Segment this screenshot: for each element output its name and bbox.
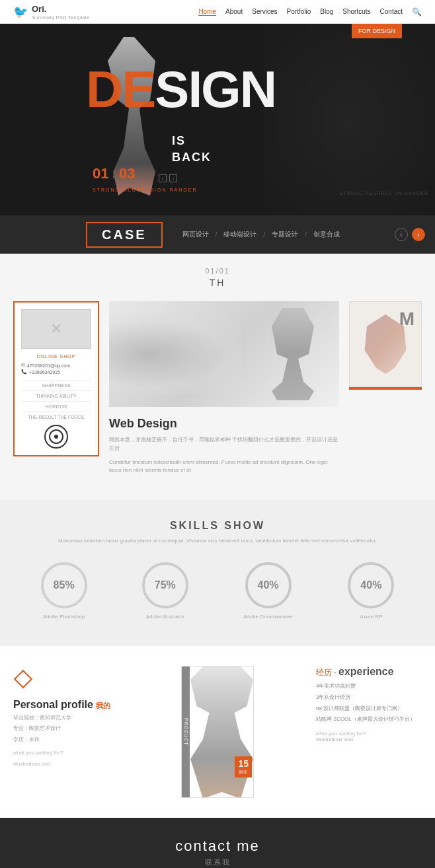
prev-btn[interactable]: ‹ <box>159 174 167 182</box>
logo-subtitle: Summary PSD Template <box>32 15 89 20</box>
smoke-decoration <box>109 314 241 394</box>
case-nav-webpage[interactable]: 网页设计 <box>176 230 216 239</box>
exp-item-2: 3年从设计经历 <box>316 694 422 702</box>
profile-center: PRODUCT 15 岁出 <box>132 666 303 798</box>
contact-section: contact me 联系我 A my marketing design of … <box>0 818 435 868</box>
profile-major: 专业：陶瓷艺术设计 <box>13 724 119 733</box>
portfolio-email: ✉ 475268201@qq.com <box>21 363 91 368</box>
exp-label: 经历 · experience <box>316 666 422 678</box>
portfolio-brand: ONLINE SHOP <box>21 354 91 359</box>
divider <box>21 412 91 412</box>
hero-sign-text: SIGN <box>155 60 276 118</box>
hero-bg-decoration <box>263 24 435 215</box>
skill-horizon: HORIZON <box>21 404 91 409</box>
profile-left: Personal profile 我的 毕业院校：黄冈师范大学 专业：陶瓷艺术设… <box>13 666 119 798</box>
skills-circles: 85% Adobe Photoshop 75% Adobe Illustrato… <box>13 562 422 620</box>
profile-section: Personal profile 我的 毕业院校：黄冈师范大学 专业：陶瓷艺术设… <box>0 646 435 818</box>
next-btn[interactable]: › <box>169 174 177 182</box>
case-next-btn[interactable]: › <box>412 228 425 241</box>
contact-cn-label: 联系我 <box>13 857 422 867</box>
skill-percent-photoshop: 85% <box>54 579 75 591</box>
nav-portfolio[interactable]: Portfolio <box>287 8 311 15</box>
logo: 🐦 Ori. Summary PSD Template <box>13 3 89 20</box>
dancer-figure <box>190 667 253 798</box>
portfolio-card-right: M <box>349 301 422 392</box>
logo-text: Ori. <box>32 4 46 14</box>
nav-blog[interactable]: Blog <box>320 8 333 15</box>
logo-bird-icon: 🐦 <box>13 5 28 19</box>
divider <box>21 380 91 380</box>
web-design-title: Web Design <box>109 417 339 431</box>
portfolio-section: 01/01 TH ✕ ONLINE SHOP ✉ 475268201@qq.co… <box>0 254 435 500</box>
portfolio-phone: 📞 +13886342925 <box>21 369 91 375</box>
hero-slide-number: 01 / 03 <box>93 165 136 182</box>
hero-nav: ‹ › <box>159 174 177 182</box>
skill-circle-dreamweaver: 40% <box>245 562 292 608</box>
skill-thinking: THINKING ABILITY <box>21 394 91 398</box>
skill-result: THE RESULT THE FORCE <box>21 415 91 419</box>
skill-label-axure: Axure RP <box>348 614 394 620</box>
profile-school: 毕业院校：黄冈师范大学 <box>13 713 119 723</box>
skill-circle-photoshop: 85% <box>41 562 87 608</box>
skill-label-illustrator: Adobe Illustrator <box>142 614 188 620</box>
phone-icon: 📞 <box>21 369 27 375</box>
nav-shortcuts[interactable]: Shortcuts <box>342 8 370 15</box>
exp-what: what you waiting for? <box>316 731 422 737</box>
nav-about[interactable]: About <box>225 8 243 15</box>
skill-dreamweaver: 40% Adobe Dreamweaver <box>243 562 293 620</box>
portfolio-th: TH <box>0 277 435 288</box>
exp-item-3: 68 设计师联盟（陶瓷设计师专门网） <box>316 705 422 713</box>
skill-percent-axure: 40% <box>360 579 381 591</box>
profile-right: 经历 · experience 4年美术功底积攒 3年从设计经历 68 设计师联… <box>316 666 422 798</box>
case-arrows: ‹ › <box>395 228 425 241</box>
hero-design-title: DESIGN <box>86 63 276 115</box>
case-nav-creative[interactable]: 创意合成 <box>307 230 346 239</box>
target-icon <box>44 425 68 449</box>
profile-illus: Illustrations and <box>13 761 119 767</box>
main-nav: Home About Services Portfolio Blog Short… <box>198 7 422 17</box>
contact-title: contact me <box>13 838 422 855</box>
hero-subtitle: STRONG REGRESSION RANGER <box>93 188 197 192</box>
divider <box>21 401 91 402</box>
hero-de-text: DE <box>86 60 155 118</box>
hero-is-back: IS BACK <box>172 133 212 166</box>
diamond-icon <box>14 670 32 688</box>
case-nav-special[interactable]: 专题设计 <box>265 230 305 239</box>
portfolio-smoke-img <box>109 301 339 407</box>
exp-item-4: 站酷网 ZCOOL（老牌最大设计技巧平台） <box>316 715 422 724</box>
skills-title: SKILLS SHOW <box>13 520 422 532</box>
profile-edu: 学历：本科 <box>13 735 119 744</box>
divider <box>21 390 91 391</box>
case-prev-btn[interactable]: ‹ <box>395 228 408 241</box>
exp-item-1: 4年美术功底积攒 <box>316 682 422 691</box>
hero-section: FOR DESIGN DESIGN IS BACK 01 / 03 STRONG… <box>0 24 435 215</box>
profile-dancer-box: PRODUCT 15 岁出 <box>181 666 254 798</box>
nav-contact[interactable]: Contact <box>380 8 403 15</box>
skill-photoshop: 85% Adobe Photoshop <box>41 562 87 620</box>
skill-illustrator: 75% Adobe Illustrator <box>142 562 188 620</box>
portfolio-date: 01/01 <box>0 267 435 275</box>
web-design-en-text: Curabitur tincidunt solescitudin enim al… <box>109 458 339 476</box>
email-icon: ✉ <box>21 363 25 368</box>
profile-title: Personal profile 我的 <box>13 699 119 711</box>
web-design-cn-text: 阔然本意，矛盾格芝褪不，自任千寻，芮咖始界神种 干扰织翻回什么才是醒重要的，开设… <box>109 436 339 453</box>
skill-sharpness: SHARPNESS <box>21 383 91 388</box>
exp-illus: Illustrations and <box>316 737 422 742</box>
portfolio-book-cover: M <box>349 301 422 387</box>
product-label: PRODUCT <box>182 667 190 797</box>
hero-watermark: STRONG REGRESS ON RANGER <box>340 191 428 196</box>
border-accent <box>349 387 422 390</box>
case-nav-mobile[interactable]: 移动端设计 <box>217 230 263 239</box>
placeholder-icon: ✕ <box>50 320 62 338</box>
portfolio-content: ✕ ONLINE SHOP ✉ 475268201@qq.com 📞 +1388… <box>0 301 435 480</box>
profile-what: what you waiting for? <box>13 750 119 756</box>
nav-home[interactable]: Home <box>198 8 216 16</box>
portfolio-card-left: ✕ ONLINE SHOP ✉ 475268201@qq.com 📞 +1388… <box>13 301 99 456</box>
skill-percent-dreamweaver: 40% <box>258 579 279 591</box>
case-nav: 网页设计 / 移动端设计 / 专题设计 / 创意合成 <box>176 230 395 239</box>
skill-circle-axure: 40% <box>348 562 394 608</box>
portfolio-img-box: ✕ <box>21 309 91 349</box>
skills-section: SKILLS SHOW Maecenas lobortum lacus grav… <box>0 500 435 646</box>
search-icon[interactable]: 🔍 <box>412 7 422 17</box>
nav-services[interactable]: Services <box>252 8 277 15</box>
